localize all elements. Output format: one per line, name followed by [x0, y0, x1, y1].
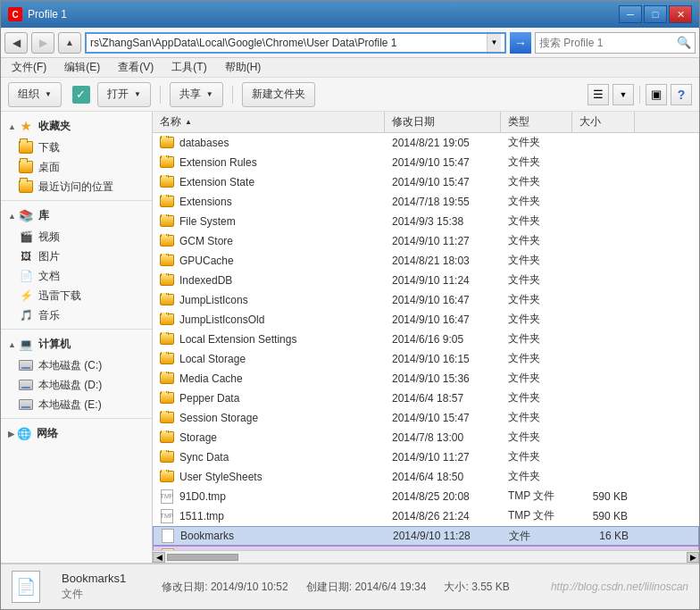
table-row[interactable]: Extensions 2014/7/18 19:55 文件夹 — [153, 192, 699, 212]
file-name-cell: IndexedDB — [153, 273, 385, 288]
menu-file[interactable]: 文件(F) — [4, 59, 54, 77]
horizontal-scrollbar[interactable]: ◀ ▶ — [153, 550, 699, 563]
folder-icon — [160, 273, 174, 288]
h-scroll-right[interactable]: ▶ — [687, 552, 699, 563]
table-row[interactable]: JumpListIconsOld 2014/9/10 16:47 文件夹 — [153, 310, 699, 330]
file-date-cell: 2014/8/21 19:05 — [385, 137, 501, 149]
table-row[interactable]: Local Extension Settings 2014/6/16 9:05 … — [153, 330, 699, 349]
table-row[interactable]: GCM Store 2014/9/10 11:27 文件夹 — [153, 231, 699, 251]
sidebar-item-video[interactable]: 🎬 视频 — [1, 227, 152, 247]
address-dropdown[interactable]: ▼ — [487, 34, 501, 52]
sidebar-network-header[interactable]: ▶ 网络 — [1, 422, 152, 445]
sidebar-item-recent[interactable]: 最近访问的位置 — [1, 177, 152, 196]
forward-button[interactable]: ▶ — [31, 32, 54, 54]
share-arrow: ▼ — [206, 90, 213, 98]
favorites-label: 收藏夹 — [38, 119, 71, 134]
file-date-cell: 2014/9/10 16:47 — [385, 294, 501, 306]
sidebar-item-xunlei[interactable]: ⚡ 迅雷下载 — [1, 286, 152, 305]
table-row[interactable]: Bookmarks 2014/9/10 11:28 文件 16 KB — [153, 526, 699, 546]
col-header-type[interactable]: 类型 — [501, 112, 572, 133]
sidebar-item-music[interactable]: 🎵 音乐 — [1, 305, 152, 325]
go-button[interactable]: → — [510, 32, 531, 54]
menu-edit[interactable]: 编辑(E) — [57, 59, 107, 77]
table-row[interactable]: Sync Data 2014/9/10 11:27 文件夹 — [153, 447, 699, 467]
menu-help[interactable]: 帮助(H) — [218, 59, 269, 77]
sidebar-item-desktop[interactable]: 桌面 — [1, 157, 152, 177]
up-button[interactable]: ▲ — [58, 32, 81, 54]
close-button[interactable]: ✕ — [669, 5, 692, 23]
col-header-size[interactable]: 大小 — [572, 112, 635, 133]
sidebar-computer-header[interactable]: ▲ 计算机 — [1, 333, 152, 355]
col-header-name[interactable]: 名称 ▲ — [153, 112, 385, 133]
table-row[interactable]: TMP 1511.tmp 2014/8/26 21:24 TMP 文件 590 … — [153, 506, 699, 526]
view-btn-dropdown[interactable]: ▼ — [612, 84, 634, 105]
new-folder-button[interactable]: 新建文件夹 — [242, 82, 315, 107]
file-icon — [161, 529, 175, 543]
open-button[interactable]: 打开 ▼ — [97, 82, 151, 107]
col-header-date[interactable]: 修改日期 — [385, 112, 501, 133]
sort-arrow-name: ▲ — [185, 118, 192, 126]
file-size-cell: 590 KB — [572, 510, 635, 522]
network-icon — [17, 427, 31, 441]
file-name-cell: Pepper Data — [153, 391, 385, 405]
file-type-cell: 文件 — [502, 529, 573, 544]
search-input[interactable] — [539, 37, 677, 49]
status-bar: 📄 Bookmarks1 文件 修改日期: 2014/9/10 10:52 创建… — [1, 563, 699, 609]
sidebar-item-download[interactable]: 下载 — [1, 138, 152, 157]
h-scroll-track[interactable] — [167, 554, 685, 561]
table-row[interactable]: Storage 2014/7/8 13:00 文件夹 — [153, 428, 699, 447]
search-icon[interactable]: 🔍 — [677, 36, 691, 49]
table-row[interactable]: User StyleSheets 2014/6/4 18:50 文件夹 — [153, 467, 699, 487]
toolbar-separator — [160, 86, 161, 104]
table-row[interactable]: IndexedDB 2014/9/10 11:24 文件夹 — [153, 271, 699, 290]
file-type-cell: 文件夹 — [501, 135, 572, 150]
sidebar-item-picture[interactable]: 🖼 图片 — [1, 247, 152, 266]
share-button[interactable]: 共享 ▼ — [170, 82, 223, 107]
file-date-cell: 2014/9/10 11:24 — [385, 274, 501, 287]
view-pane-button[interactable]: ▣ — [646, 84, 667, 105]
table-row[interactable]: JumpListIcons 2014/9/10 16:47 文件夹 — [153, 290, 699, 310]
file-date-cell: 2014/6/4 18:57 — [385, 392, 501, 405]
menu-tools[interactable]: 工具(T) — [164, 59, 213, 77]
table-row[interactable]: TMP 91D0.tmp 2014/8/25 20:08 TMP 文件 590 … — [153, 487, 699, 506]
file-type-cell: 文件夹 — [501, 312, 572, 327]
address-input[interactable] — [90, 37, 487, 49]
view-details-button[interactable]: ☰ — [588, 84, 609, 105]
sidebar-item-drive-d[interactable]: 本地磁盘 (D:) — [1, 375, 152, 395]
back-button[interactable]: ◀ — [4, 32, 28, 54]
organize-button[interactable]: 组织 ▼ — [8, 82, 62, 107]
menu-view[interactable]: 查看(V) — [111, 59, 161, 77]
minimize-button[interactable]: ─ — [619, 5, 642, 23]
sidebar-item-drive-c[interactable]: 本地磁盘 (C:) — [1, 355, 152, 375]
table-row[interactable]: File System 2014/9/3 15:38 文件夹 — [153, 212, 699, 231]
sidebar-library-header[interactable]: ▲ 📚 库 — [1, 205, 152, 227]
file-name-cell: Local Storage — [153, 352, 385, 366]
file-name-cell: Sync Data — [153, 450, 385, 464]
sidebar-item-docs[interactable]: 📄 文档 — [1, 266, 152, 286]
file-date-cell: 2014/9/10 11:27 — [385, 451, 501, 464]
computer-icon — [19, 338, 33, 352]
table-row[interactable]: Local Storage 2014/9/10 16:15 文件夹 — [153, 349, 699, 369]
docs-icon: 📄 — [19, 269, 33, 283]
help-btn[interactable]: ? — [671, 84, 692, 105]
favorites-expand-icon: ▲ — [8, 122, 16, 131]
table-row[interactable]: Session Storage 2014/9/10 15:47 文件夹 — [153, 408, 699, 428]
table-row[interactable]: Pepper Data 2014/6/4 18:57 文件夹 — [153, 389, 699, 408]
file-name-cell: GPUCache — [153, 254, 385, 268]
sidebar-favorites-header[interactable]: ▲ 收藏夹 — [1, 115, 152, 138]
sidebar-divider-2 — [1, 329, 152, 330]
folder-icon — [160, 195, 174, 209]
table-row[interactable]: Media Cache 2014/9/10 15:36 文件夹 — [153, 369, 699, 389]
h-scroll-left[interactable]: ◀ — [153, 552, 165, 563]
file-date-cell: 2014/9/10 11:27 — [385, 235, 501, 247]
file-name-cell: databases — [153, 136, 385, 150]
toolbar-right: ☰ ▼ ▣ ? — [588, 84, 692, 105]
sidebar-item-drive-e[interactable]: 本地磁盘 (E:) — [1, 395, 152, 414]
h-scroll-thumb[interactable] — [167, 554, 238, 561]
table-row[interactable]: GPUCache 2014/8/21 18:03 文件夹 — [153, 251, 699, 271]
table-row[interactable]: Extension Rules 2014/9/10 15:47 文件夹 — [153, 153, 699, 172]
tmp-icon: TMP — [160, 489, 174, 504]
maximize-button[interactable]: □ — [644, 5, 667, 23]
table-row[interactable]: Extension State 2014/9/10 15:47 文件夹 — [153, 172, 699, 192]
table-row[interactable]: databases 2014/8/21 19:05 文件夹 — [153, 133, 699, 153]
